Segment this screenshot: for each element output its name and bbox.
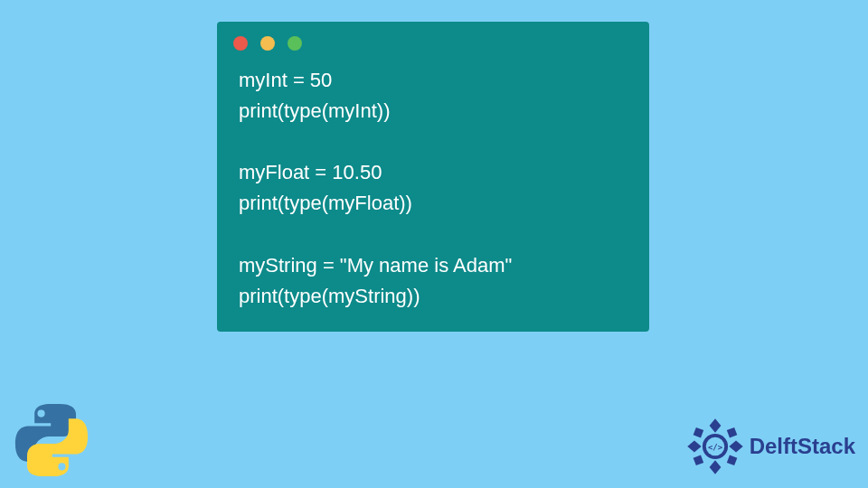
svg-marker-0 (709, 418, 721, 432)
svg-marker-1 (709, 460, 721, 474)
code-block: myInt = 50 print(type(myInt)) myFloat = … (217, 60, 649, 312)
svg-marker-7 (726, 455, 737, 466)
delftstack-label: DelftStack (750, 434, 855, 459)
code-window: myInt = 50 print(type(myInt)) myFloat = … (217, 22, 649, 332)
maximize-icon (288, 36, 302, 51)
svg-marker-5 (726, 427, 737, 438)
delftstack-logo: </> DelftStack (686, 418, 855, 475)
delftstack-mark-icon: </> (686, 418, 744, 475)
svg-marker-3 (729, 441, 742, 453)
svg-marker-6 (693, 455, 703, 466)
svg-marker-4 (693, 427, 703, 438)
python-logo-icon (11, 399, 92, 481)
svg-text:</>: </> (708, 443, 722, 452)
close-icon (233, 36, 248, 51)
window-titlebar (217, 22, 649, 60)
minimize-icon (260, 36, 275, 51)
svg-marker-2 (687, 441, 701, 453)
